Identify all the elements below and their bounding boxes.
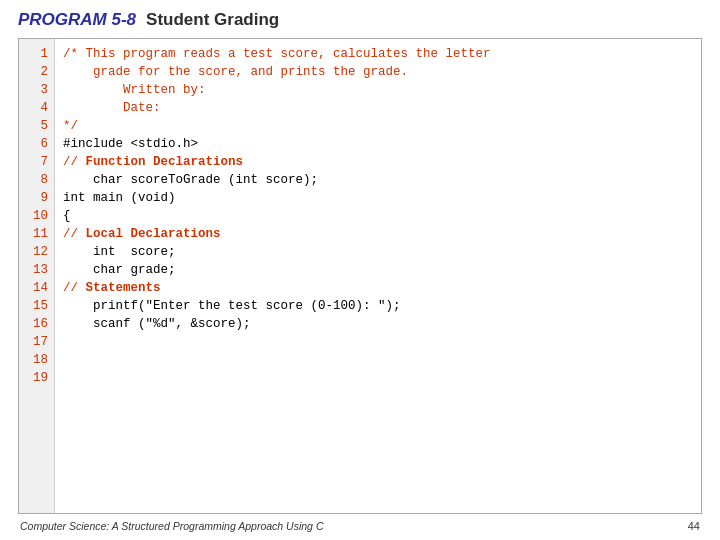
line-number-10: 10 xyxy=(29,207,54,225)
code-box: 12345678910111213141516171819 /* This pr… xyxy=(18,38,702,514)
line-number-11: 11 xyxy=(29,225,54,243)
code-line-12: { xyxy=(63,207,693,225)
code-line-14: int score; xyxy=(63,243,693,261)
code-line-1: /* This program reads a test score, calc… xyxy=(63,45,693,63)
page-container: PROGRAM 5-8 Student Grading 123456789101… xyxy=(0,0,720,540)
code-line-2: grade for the score, and prints the grad… xyxy=(63,63,693,81)
line-number-12: 12 xyxy=(29,243,54,261)
program-label: PROGRAM 5-8 xyxy=(18,10,136,30)
line-number-9: 9 xyxy=(36,189,54,207)
program-description: Student Grading xyxy=(146,10,279,30)
code-line-17: // Statements xyxy=(63,279,693,297)
line-number-8: 8 xyxy=(36,171,54,189)
line-number-14: 14 xyxy=(29,279,54,297)
code-line-3: Written by: xyxy=(63,81,693,99)
line-number-18: 18 xyxy=(29,351,54,369)
line-number-4: 4 xyxy=(36,99,54,117)
code-line-19: scanf ("%d", &score); xyxy=(63,315,693,333)
line-number-6: 6 xyxy=(36,135,54,153)
line-number-16: 16 xyxy=(29,315,54,333)
code-line-18: printf("Enter the test score (0-100): ")… xyxy=(63,297,693,315)
code-line-9: char scoreToGrade (int score); xyxy=(63,171,693,189)
footer: Computer Science: A Structured Programmi… xyxy=(18,520,702,532)
line-number-17: 17 xyxy=(29,333,54,351)
title-bar: PROGRAM 5-8 Student Grading xyxy=(18,10,702,30)
line-number-1: 1 xyxy=(36,45,54,63)
footer-page: 44 xyxy=(688,520,700,532)
code-line-5: */ xyxy=(63,117,693,135)
line-number-19: 19 xyxy=(29,369,54,387)
line-number-7: 7 xyxy=(36,153,54,171)
line-number-5: 5 xyxy=(36,117,54,135)
code-line-6: #include <stdio.h> xyxy=(63,135,693,153)
code-line-8: // Function Declarations xyxy=(63,153,693,171)
line-numbers: 12345678910111213141516171819 xyxy=(19,39,55,513)
footer-left: Computer Science: A Structured Programmi… xyxy=(20,520,323,532)
code-line-15: char grade; xyxy=(63,261,693,279)
line-number-3: 3 xyxy=(36,81,54,99)
code-line-11: int main (void) xyxy=(63,189,693,207)
line-number-13: 13 xyxy=(29,261,54,279)
code-line-13: // Local Declarations xyxy=(63,225,693,243)
code-line-4: Date: xyxy=(63,99,693,117)
line-number-2: 2 xyxy=(36,63,54,81)
code-content: /* This program reads a test score, calc… xyxy=(55,39,701,513)
line-number-15: 15 xyxy=(29,297,54,315)
